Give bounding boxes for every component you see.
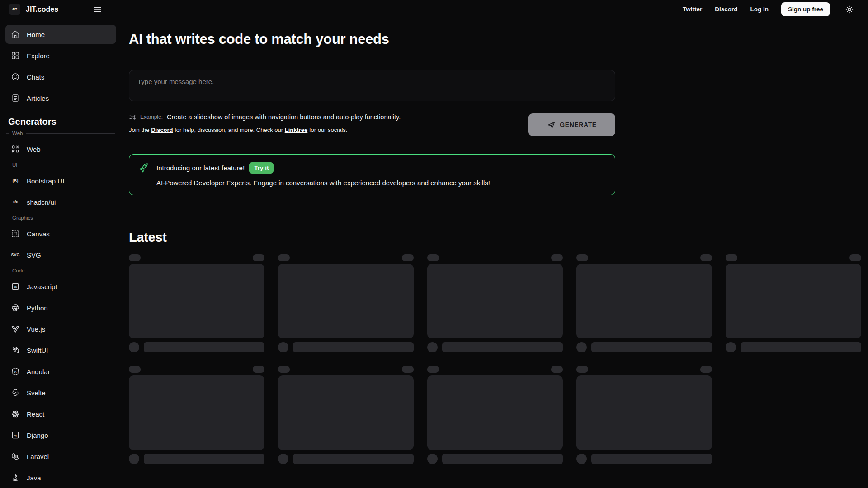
skeleton-avatar [427,454,438,464]
sidebar-item-canvas[interactable]: Canvas [5,224,116,243]
sidebar-item-javascript[interactable]: JS Javascript [5,277,116,296]
topbar: JIT JIT.codes Twitter Discord Log in Sig… [0,0,868,19]
hamburger-menu-icon[interactable] [91,3,104,16]
sidebar-item-label: Javascript [27,283,57,291]
sidebar-item-vuejs[interactable]: Vue.js [5,319,116,338]
group-label-code: Code [6,268,115,273]
sidebar-item-chats[interactable]: Chats [5,67,116,86]
sidebar-item-label: Web [27,145,41,153]
sidebar-item-python[interactable]: Python [5,298,116,317]
latest-heading: Latest [129,230,861,245]
skeleton-avatar [726,342,736,352]
bootstrap-icon: {B} [11,176,20,185]
sidebar: Home Explore Chats Articles Generators W… [0,19,122,488]
sidebar-item-label: Articles [27,94,49,102]
swift-icon [11,346,20,355]
sidebar-item-label: Explore [27,52,50,60]
sidebar-item-swiftui[interactable]: SwiftUI [5,341,116,360]
prompt-input[interactable] [129,70,615,101]
latest-card-skeleton [278,254,414,352]
example-label: Example: [140,114,163,120]
main-content: AI that writes code to match your needs … [122,19,868,488]
sidebar-item-label: Laravel [27,453,49,460]
vue-icon [11,324,20,333]
svg-icon: SVG [11,250,20,259]
group-label-graphics: Graphics [6,215,115,221]
skeleton-avatar [576,342,587,352]
skeleton-pill [427,366,439,373]
react-icon [11,409,20,418]
skeleton-avatar [129,342,139,352]
sidebar-item-home[interactable]: Home [5,25,116,44]
sidebar-item-label: Java [27,474,41,482]
sidebar-item-explore[interactable]: Explore [5,46,116,65]
angular-icon: A [11,367,20,376]
skeleton-title-bar [591,342,712,352]
sidebar-item-label: Angular [27,368,50,375]
skeleton-pill [576,254,588,261]
generators-heading: Generators [8,117,116,127]
skeleton-avatar [427,342,438,352]
group-label-ui: UI [6,162,115,168]
sidebar-item-react[interactable]: React [5,404,116,423]
laravel-icon [11,452,20,461]
skeleton-title-bar [144,454,264,464]
discord-community-link[interactable]: Discord [151,127,173,133]
skeleton-pill [129,254,141,261]
sidebar-item-shadcn-ui[interactable]: </> shadcn/ui [5,192,116,211]
skeleton-avatar [278,342,288,352]
skeleton-pill [726,254,737,261]
skeleton-title-bar [442,342,563,352]
latest-card-skeleton [427,254,563,352]
sidebar-item-svg[interactable]: SVG SVG [5,245,116,264]
send-icon [547,121,556,129]
community-note: Join the Discord for help, discussion, a… [129,127,401,133]
linktree-link[interactable]: Linktree [285,127,308,133]
sidebar-item-angular[interactable]: A Angular [5,362,116,381]
sidebar-item-laravel[interactable]: Laravel [5,447,116,466]
example-text: Create a slideshow of images with naviga… [167,113,401,121]
home-icon [11,30,20,39]
sidebar-item-django[interactable]: dj Django [5,426,116,445]
svelte-icon [11,388,20,397]
skeleton-avatar [576,454,587,464]
banner-description: AI-Powered Developer Experts. Engage in … [156,179,490,187]
skeleton-pill [551,366,563,373]
group-label-web: Web [6,131,115,136]
skeleton-pill [576,366,588,373]
generate-button[interactable]: GENERATE [528,113,615,136]
signup-button[interactable]: Sign up free [781,2,830,16]
theme-toggle-sun-icon[interactable] [843,3,856,16]
banner-intro: Introducing our latest feature! [156,164,245,172]
skeleton-pill [551,254,563,261]
java-icon [11,473,20,482]
skeleton-avatar [278,454,288,464]
skeleton-avatar [129,454,139,464]
skeleton-image [576,264,712,338]
svg-text:JS: JS [14,285,17,288]
latest-card-skeleton [129,366,264,464]
sidebar-item-svelte[interactable]: Svelte [5,383,116,402]
skeleton-title-bar [591,454,712,464]
sidebar-item-label: shadcn/ui [27,198,56,206]
try-it-button[interactable]: Try it [249,162,274,174]
skeleton-image [278,375,414,450]
sidebar-item-bootstrap-ui[interactable]: {B} Bootstrap UI [5,171,116,190]
skeleton-title-bar [293,342,414,352]
latest-card-skeleton [278,366,414,464]
sidebar-item-web-generator[interactable]: Web [5,140,116,159]
twitter-link[interactable]: Twitter [683,6,702,13]
skeleton-image [427,375,563,450]
brand[interactable]: JIT JIT.codes [9,4,58,15]
sidebar-item-label: React [27,410,44,418]
sidebar-item-articles[interactable]: Articles [5,89,116,108]
sidebar-item-java[interactable]: Java [5,468,116,487]
login-link[interactable]: Log in [750,6,769,13]
example-row[interactable]: Example: Create a slideshow of images wi… [129,113,401,121]
skeleton-image [726,264,861,338]
python-icon [11,303,20,312]
skeleton-pill [402,254,414,261]
smiley-icon [11,72,20,81]
skeleton-pill [427,254,439,261]
discord-link[interactable]: Discord [715,6,737,13]
